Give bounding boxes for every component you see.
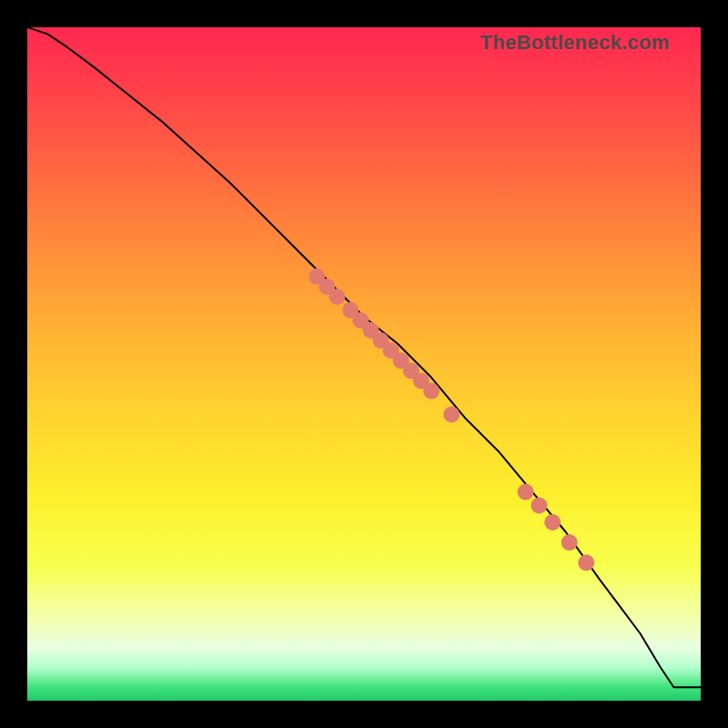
- data-marker: [518, 484, 534, 500]
- chart-overlay: [27, 27, 701, 701]
- data-marker: [544, 514, 561, 531]
- data-marker: [531, 497, 547, 513]
- data-marker: [443, 407, 460, 423]
- data-marker: [329, 288, 345, 305]
- curve-line: [27, 27, 701, 687]
- data-marker: [578, 554, 594, 571]
- data-marker: [423, 383, 440, 399]
- data-marker: [561, 534, 578, 551]
- plot-area: TheBottleneck.com: [27, 27, 701, 701]
- chart-frame: TheBottleneck.com: [0, 0, 728, 728]
- marker-group: [308, 268, 594, 571]
